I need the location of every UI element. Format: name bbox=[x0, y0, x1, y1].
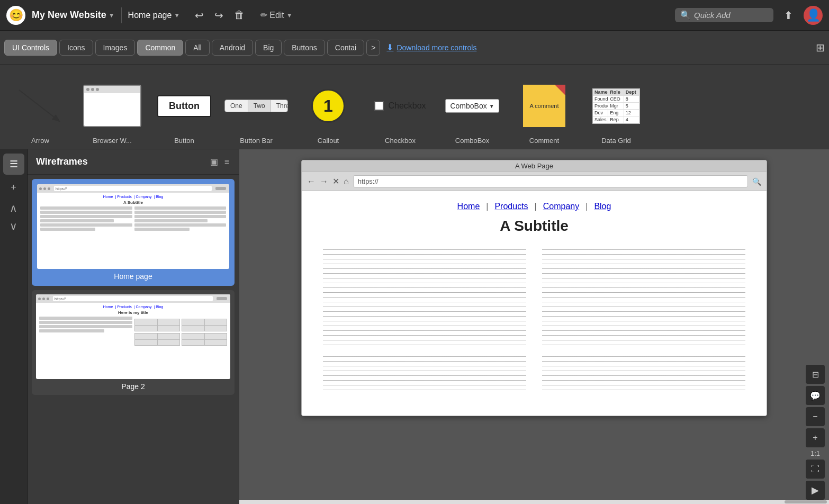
sidebar-add-button[interactable]: + bbox=[3, 177, 24, 198]
avatar[interactable]: 👤 bbox=[804, 6, 823, 25]
thumbnail-view-button[interactable]: ▣ bbox=[209, 156, 219, 168]
thumb-dot bbox=[39, 187, 42, 190]
bottom-right-controls: ⊟ 💬 − + 1:1 ⛶ ▶ bbox=[806, 365, 825, 500]
pages-panel-title: Wireframes bbox=[36, 156, 88, 167]
thumb-col-left bbox=[40, 206, 132, 232]
canvas-nav-products[interactable]: Products bbox=[488, 202, 534, 211]
edit-button[interactable]: ✏ Edit ▼ bbox=[255, 8, 298, 22]
palette-item-arrow[interactable]: Arrow bbox=[8, 79, 72, 145]
thumb-nav-home-2: Home bbox=[103, 305, 113, 309]
checkbox-label: Checkbox bbox=[385, 137, 416, 145]
more-tabs-button[interactable]: > bbox=[366, 40, 380, 56]
page-item-home[interactable]: https:// Home | Products | Company | Blo… bbox=[32, 179, 235, 286]
tab-contain[interactable]: Contai bbox=[327, 40, 364, 56]
tab-common[interactable]: Common bbox=[137, 40, 183, 56]
fullscreen-button[interactable]: ⛶ bbox=[806, 460, 825, 479]
app-logo[interactable]: 😊 bbox=[6, 6, 25, 25]
palette-item-button[interactable]: Button Button bbox=[152, 79, 216, 145]
palette-item-data-grid[interactable]: Name Role Dept Founder CEO 8 Product Mgr… bbox=[584, 79, 648, 145]
thumb-nav-2: Home | Products | Company | Blog bbox=[39, 305, 227, 309]
canvas-url-input[interactable] bbox=[353, 175, 748, 187]
quick-add-search[interactable]: 🔍 bbox=[675, 8, 773, 22]
combobox-mockup: ComboBox ▼ bbox=[445, 99, 499, 113]
thumb-col-right bbox=[134, 206, 227, 232]
canvas-forward-button[interactable]: → bbox=[320, 177, 328, 186]
canvas-home-button[interactable]: ⌂ bbox=[344, 177, 349, 186]
thumb-nav: Home | Products | Company | Blog bbox=[40, 195, 226, 199]
project-name[interactable]: My New Website ▼ bbox=[32, 10, 115, 21]
undo-button[interactable]: ↩ bbox=[191, 7, 208, 24]
palette-item-checkbox[interactable]: Checkbox Checkbox bbox=[368, 79, 432, 145]
lorem-text-right-2 bbox=[542, 352, 745, 394]
thumb-text bbox=[134, 219, 208, 222]
share-button[interactable]: ⬆ bbox=[780, 7, 797, 24]
thumb-nav-products-2: | Products bbox=[115, 305, 131, 309]
comment-icon: 💬 bbox=[810, 391, 821, 401]
palette-item-callout[interactable]: 1 Callout bbox=[296, 79, 360, 145]
dg-cell: Product bbox=[593, 103, 608, 109]
dg-cell: 4 bbox=[624, 116, 639, 123]
tab-android[interactable]: Android bbox=[212, 40, 253, 56]
palette-item-combobox[interactable]: ComboBox ▼ ComboBox bbox=[440, 79, 504, 145]
page-label-2: Page 2 bbox=[36, 382, 230, 391]
canvas-nav-home[interactable]: Home bbox=[451, 202, 486, 211]
page-item-2[interactable]: https:// Home | Products | Company | Blo… bbox=[32, 290, 235, 395]
thumb-text bbox=[40, 223, 132, 227]
tab-all[interactable]: All bbox=[185, 40, 210, 56]
palette-item-browser-window[interactable]: Browser W... bbox=[80, 79, 144, 145]
thumb-url-2: https:// bbox=[53, 296, 213, 301]
page-up-button[interactable]: ∧ bbox=[3, 200, 24, 216]
play-button[interactable]: ▶ bbox=[806, 481, 825, 500]
canvas-stop-button[interactable]: ✕ bbox=[332, 176, 339, 186]
buttonbar-mockup: One Two Three bbox=[224, 100, 288, 112]
tab-ui-controls[interactable]: UI Controls bbox=[4, 40, 57, 56]
dg-cell: Eng bbox=[608, 110, 624, 116]
project-dropdown-icon: ▼ bbox=[109, 12, 115, 19]
tab-buttons[interactable]: Buttons bbox=[284, 40, 325, 56]
chevron-down-icon: ∨ bbox=[10, 220, 17, 232]
properties-button[interactable]: ⊟ bbox=[806, 365, 825, 384]
zoom-out-button[interactable]: − bbox=[806, 407, 825, 426]
redo-button[interactable]: ↪ bbox=[210, 7, 228, 24]
thumb-subtitle-2: Here is my title bbox=[39, 310, 227, 315]
grid-view-button[interactable]: ⊞ bbox=[816, 41, 825, 54]
button-preview: Button bbox=[152, 79, 216, 132]
search-input[interactable] bbox=[694, 11, 768, 20]
comment-button[interactable]: 💬 bbox=[806, 386, 825, 405]
page-name[interactable]: Home page ▼ bbox=[128, 11, 181, 20]
trash-button[interactable]: 🗑 bbox=[230, 7, 249, 23]
divider bbox=[121, 7, 122, 23]
palette-item-comment[interactable]: A comment Comment bbox=[512, 79, 576, 145]
tab-images[interactable]: Images bbox=[95, 40, 136, 56]
list-view-button[interactable]: ≡ bbox=[223, 156, 230, 168]
thumb-img-box bbox=[134, 333, 180, 346]
zoom-out-icon: − bbox=[813, 412, 817, 421]
thumb-btn-2 bbox=[217, 297, 227, 300]
dg-cell: 5 bbox=[624, 103, 639, 109]
arrow-preview bbox=[8, 79, 72, 132]
properties-icon: ⊟ bbox=[812, 370, 819, 380]
canvas-nav-blog[interactable]: Blog bbox=[588, 202, 617, 211]
browser-dot bbox=[96, 88, 99, 91]
button-bar-label: Button Bar bbox=[240, 137, 272, 145]
plus-icon: + bbox=[11, 182, 16, 193]
history-toolbar: ↩ ↪ 🗑 bbox=[191, 7, 249, 24]
thumb-btn bbox=[215, 187, 226, 190]
tab-big[interactable]: Big bbox=[255, 40, 282, 56]
checkbox-preview: Checkbox bbox=[368, 79, 432, 132]
sidebar-layers-button[interactable]: ☰ bbox=[3, 154, 24, 175]
dg-header-1: Name bbox=[593, 89, 608, 95]
download-controls-link[interactable]: ⬇ Download more controls bbox=[386, 42, 476, 52]
bb-item-2: Two bbox=[248, 100, 271, 112]
thumb-dot bbox=[38, 298, 41, 300]
tab-icons[interactable]: Icons bbox=[59, 40, 93, 56]
thumb-text bbox=[40, 206, 132, 210]
zoom-in-button[interactable]: + bbox=[806, 428, 825, 447]
canvas-back-button[interactable]: ← bbox=[307, 177, 316, 186]
page-down-button[interactable]: ∨ bbox=[3, 218, 24, 234]
canvas-nav-company[interactable]: Company bbox=[537, 202, 585, 211]
palette-item-button-bar[interactable]: One Two Three Button Bar bbox=[224, 79, 288, 145]
dg-header-2: Role bbox=[608, 89, 624, 95]
thumb-nav-blog: | Blog bbox=[154, 195, 164, 199]
zoom-in-icon: + bbox=[813, 433, 817, 443]
